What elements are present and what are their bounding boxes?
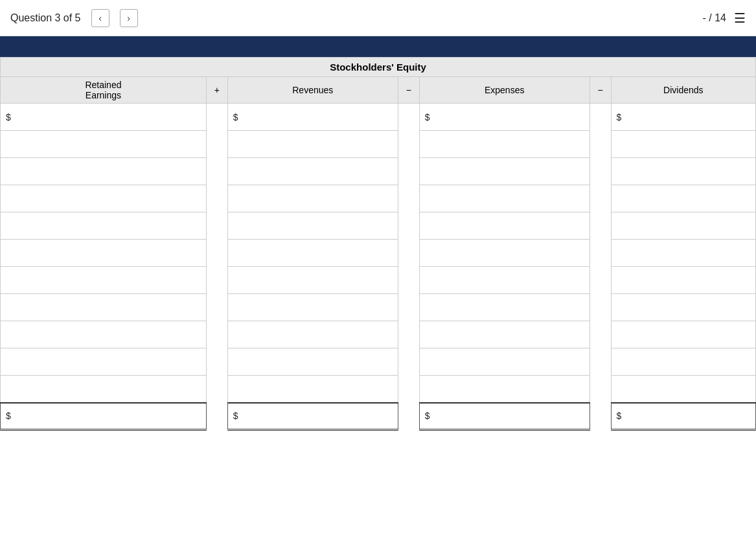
retained-total-input[interactable]: [14, 404, 206, 428]
header-row: RetainedEarnings + Revenues − Expenses −…: [1, 77, 756, 104]
prev-button[interactable]: ‹: [91, 9, 109, 27]
revenues-input-9[interactable]: [228, 323, 398, 347]
menu-icon[interactable]: ☰: [734, 10, 746, 26]
table-row: [1, 212, 756, 240]
revenues-input-3[interactable]: [228, 159, 398, 184]
revenues-total-cell: $: [227, 403, 398, 430]
header-retained: RetainedEarnings: [1, 77, 207, 104]
op-spacer-1: [206, 104, 227, 131]
dividends-input-3[interactable]: [612, 159, 755, 184]
dividends-total-cell: $: [611, 403, 755, 430]
dark-header: [0, 36, 756, 57]
revenues-input-6[interactable]: [228, 241, 398, 266]
score-label: - / 14: [703, 12, 726, 24]
header-expenses: Expenses: [419, 77, 590, 104]
total-op-1: [206, 403, 227, 430]
total-op-3: [590, 403, 611, 430]
nav-left: Question 3 of 5 ‹ ›: [10, 9, 138, 27]
expenses-input-6[interactable]: [420, 241, 590, 266]
table-row: $ $ $ $: [1, 104, 756, 131]
operator-minus-2: −: [590, 77, 611, 104]
expenses-input-8[interactable]: [420, 295, 590, 320]
dividends-first-cell: $: [611, 104, 755, 131]
revenues-input-10[interactable]: [228, 350, 398, 374]
total-op-2: [398, 403, 419, 430]
retained-input-4[interactable]: [1, 187, 206, 211]
main-content: Stockholders' Equity RetainedEarnings + …: [0, 57, 756, 431]
dividends-input-1[interactable]: [624, 105, 755, 130]
revenues-input-11[interactable]: [228, 376, 398, 401]
expenses-first-cell: $: [419, 104, 590, 131]
revenues-input-4[interactable]: [228, 187, 398, 211]
top-nav: Question 3 of 5 ‹ › - / 14 ☰: [0, 0, 756, 36]
dollar-sign-retained-total: $: [1, 411, 14, 421]
dividends-input-9[interactable]: [612, 323, 755, 347]
total-row: $ $ $ $: [1, 403, 756, 430]
header-dividends: Dividends: [611, 77, 755, 104]
table-title: Stockholders' Equity: [1, 58, 756, 77]
expenses-input-4[interactable]: [420, 187, 590, 211]
revenues-first-cell: $: [227, 104, 398, 131]
table-row: [1, 131, 756, 158]
expenses-input-3[interactable]: [420, 159, 590, 184]
retained-input-11[interactable]: [1, 376, 206, 401]
dollar-sign-revenues: $: [228, 112, 241, 122]
retained-first-cell: $: [1, 104, 207, 131]
dividends-input-11[interactable]: [612, 376, 755, 401]
revenues-total-input[interactable]: [241, 404, 398, 428]
revenues-input-7[interactable]: [228, 268, 398, 293]
dollar-sign-expenses: $: [420, 112, 433, 122]
title-row: Stockholders' Equity: [1, 58, 756, 77]
dollar-sign-retained: $: [1, 112, 14, 122]
expenses-input-10[interactable]: [420, 350, 590, 374]
retained-input-2[interactable]: [1, 132, 206, 157]
table-row: [1, 376, 756, 403]
expenses-total-input[interactable]: [432, 404, 589, 428]
expenses-input-1[interactable]: [432, 105, 589, 130]
expenses-input-9[interactable]: [420, 323, 590, 347]
op-spacer-3: [590, 104, 611, 131]
retained-input-9[interactable]: [1, 323, 206, 347]
table-row: [1, 321, 756, 348]
revenues-input-8[interactable]: [228, 295, 398, 320]
revenues-input-2[interactable]: [228, 132, 398, 157]
dividends-total-input[interactable]: [624, 404, 755, 428]
equity-table: Stockholders' Equity RetainedEarnings + …: [0, 57, 756, 431]
retained-input-1[interactable]: [14, 105, 206, 130]
operator-plus: +: [206, 77, 227, 104]
header-revenues: Revenues: [227, 77, 398, 104]
next-button[interactable]: ›: [120, 9, 138, 27]
dollar-sign-dividends-total: $: [612, 411, 624, 421]
expenses-input-5[interactable]: [420, 214, 590, 238]
op-spacer-2: [398, 104, 419, 131]
retained-input-6[interactable]: [1, 241, 206, 266]
expenses-input-11[interactable]: [420, 376, 590, 401]
dollar-sign-dividends: $: [612, 112, 624, 122]
table-row: [1, 185, 756, 212]
retained-input-7[interactable]: [1, 268, 206, 293]
retained-input-3[interactable]: [1, 159, 206, 184]
revenues-input-5[interactable]: [228, 214, 398, 238]
table-row: [1, 267, 756, 294]
retained-input-8[interactable]: [1, 295, 206, 320]
dividends-input-10[interactable]: [612, 350, 755, 374]
dollar-sign-revenues-total: $: [228, 411, 241, 421]
dividends-input-5[interactable]: [612, 214, 755, 238]
table-row: [1, 240, 756, 267]
dividends-input-6[interactable]: [612, 241, 755, 266]
dollar-sign-expenses-total: $: [420, 411, 433, 421]
nav-right: - / 14 ☰: [703, 10, 746, 26]
table-row: [1, 294, 756, 321]
dividends-input-4[interactable]: [612, 187, 755, 211]
dividends-input-2[interactable]: [612, 132, 755, 157]
dividends-input-8[interactable]: [612, 295, 755, 320]
retained-input-10[interactable]: [1, 350, 206, 374]
expenses-total-cell: $: [419, 403, 590, 430]
operator-minus-1: −: [398, 77, 419, 104]
dividends-input-7[interactable]: [612, 268, 755, 293]
revenues-input-1[interactable]: [241, 105, 398, 130]
expenses-input-7[interactable]: [420, 268, 590, 293]
retained-input-5[interactable]: [1, 214, 206, 238]
table-row: [1, 158, 756, 185]
expenses-input-2[interactable]: [420, 132, 590, 157]
